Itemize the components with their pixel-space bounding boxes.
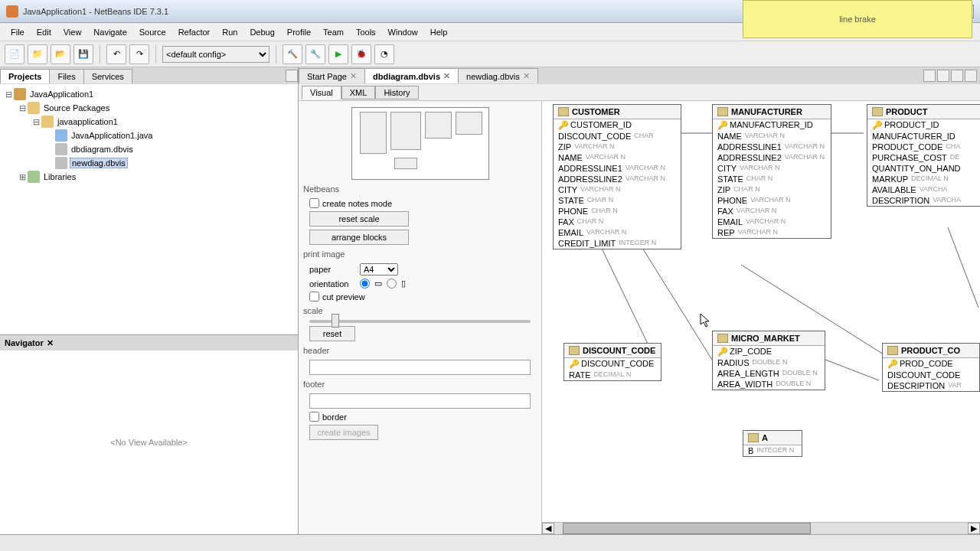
table-column[interactable]: BINTEGER N [743,445,802,456]
table-column[interactable]: CREDIT_LIMITINTEGER N [554,238,681,249]
table-column[interactable]: STATECHAR N [713,174,831,184]
table-column[interactable]: PURCHASE_COSTDE [867,152,980,163]
menu-tools[interactable]: Tools [350,25,382,39]
menu-navigate[interactable]: Navigate [87,25,132,39]
h-scrollbar[interactable]: ◀ ▶ [542,522,980,534]
table-column[interactable]: ADDRESSLINE2VARCHAR N [713,152,831,163]
table-column[interactable]: RATEDECIMAL N [564,370,661,380]
menu-edit[interactable]: Edit [31,25,57,39]
table-column[interactable]: PHONECHAR N [554,206,681,217]
table-customer[interactable]: CUSTOMER 🔑CUSTOMER_IDDISCOUNT_CODECHARZI… [553,104,681,249]
navigator-close-icon[interactable]: ✕ [47,338,54,348]
table-column[interactable]: REPVARCHAR N [713,227,831,238]
table-discount-code[interactable]: DISCOUNT_CODE 🔑DISCOUNT_CODERATEDECIMAL … [564,343,662,381]
table-column[interactable]: MANUFACTURER_ID [867,131,980,142]
editor-prev-icon[interactable] [923,70,936,82]
table-column[interactable]: ADDRESSLINE1VARCHAR N [554,163,681,174]
table-column[interactable]: DISCOUNT_CODECHAR [554,131,681,142]
tab-projects[interactable]: Projects [0,69,50,83]
editor-next-icon[interactable] [937,70,949,82]
table-column[interactable]: 🔑ZIP_CODE [713,346,825,357]
table-column[interactable]: 🔑CUSTOMER_ID [554,119,681,131]
menu-debug[interactable]: Debug [243,25,280,39]
scale-slider[interactable] [309,320,531,323]
cut-preview-checkbox[interactable] [309,292,319,302]
create-images-button[interactable]: create images [309,425,378,440]
redo-icon[interactable]: ↷ [129,44,149,64]
table-column[interactable]: ZIPVARCHAR N [554,142,681,152]
new-project-icon[interactable]: 📁 [28,44,47,64]
tree-pkg[interactable]: ⊟javaapplication1 [3,115,295,129]
config-select[interactable]: <default config> [162,46,270,63]
table-column[interactable]: ZIPCHAR N [713,184,831,195]
table-column[interactable]: PRODUCT_CODECHA [867,142,980,152]
orientation-landscape[interactable] [387,279,397,289]
tree-root[interactable]: ⊟JavaApplication1 [3,87,295,101]
subtab-xml[interactable]: XML [341,86,376,99]
new-file-icon[interactable]: 📄 [5,44,24,64]
menu-profile[interactable]: Profile [281,25,317,39]
open-project-icon[interactable]: 📂 [51,44,70,64]
table-a[interactable]: A BINTEGER N [743,430,802,457]
table-product[interactable]: PRODUCT 🔑PRODUCT_IDMANUFACTURER_IDPRODUC… [867,104,980,207]
clean-build-icon[interactable]: 🔧 [305,44,325,64]
scroll-left-icon[interactable]: ◀ [542,523,554,534]
table-column[interactable]: AVAILABLEVARCHA [867,184,980,195]
profile-icon[interactable]: ◔ [374,44,394,64]
tree-libs[interactable]: ⊞Libraries [3,170,295,184]
tab-dbdiagram[interactable]: dbdiagram.dbvis✕ [364,68,459,83]
minimap[interactable] [351,107,489,180]
tab-files[interactable]: Files [49,69,83,83]
menu-view[interactable]: View [57,25,88,39]
reset-scale-button[interactable]: reset scale [309,211,409,227]
table-column[interactable]: CITYVARCHAR N [713,163,831,174]
tab-newdiag[interactable]: newdiag.dbvis✕ [458,68,538,83]
panel-min-icon[interactable] [286,70,298,82]
undo-icon[interactable]: ↶ [106,44,126,64]
save-all-icon[interactable]: 💾 [74,44,93,64]
table-column[interactable]: CITYVARCHAR N [554,184,681,195]
editor-list-icon[interactable] [951,70,963,82]
table-product-co[interactable]: PRODUCT_CO 🔑PROD_CODEDISCOUNT_CODEDESCRI… [882,343,980,392]
header-input[interactable] [309,360,531,375]
table-column[interactable]: FAXCHAR N [554,217,681,227]
tree-file-java[interactable]: JavaApplication1.java [3,129,295,142]
paper-select[interactable]: A4 [360,263,398,276]
tree-file-dbdiagram[interactable]: dbdiagram.dbvis [3,142,295,156]
table-column[interactable]: FAXVARCHAR N [713,206,831,217]
table-column[interactable]: 🔑DISCOUNT_CODE [564,358,661,370]
menu-file[interactable]: File [5,25,31,39]
table-column[interactable]: ADDRESSLINE1VARCHAR N [713,142,831,152]
project-tree[interactable]: ⊟JavaApplication1 ⊟Source Packages ⊟java… [0,84,298,335]
tree-src[interactable]: ⊟Source Packages [3,101,295,115]
create-notes-checkbox[interactable] [309,198,319,208]
scroll-right-icon[interactable]: ▶ [968,523,980,534]
table-column[interactable]: EMAILVARCHAR N [713,217,831,227]
table-column[interactable]: PHONEVARCHAR N [713,195,831,206]
reset-button[interactable]: reset [309,326,355,341]
table-column[interactable]: 🔑MANUFACTURER_ID [713,119,831,131]
table-column[interactable]: MARKUPDECIMAL N [867,174,980,184]
diagram-canvas[interactable]: CUSTOMER 🔑CUSTOMER_IDDISCOUNT_CODECHARZI… [542,101,980,534]
editor-max-icon[interactable] [965,70,977,82]
menu-source[interactable]: Source [133,25,172,39]
debug-icon[interactable]: 🐞 [351,44,371,64]
table-column[interactable]: NAMEVARCHAR N [554,152,681,163]
orientation-portrait[interactable] [360,279,370,289]
footer-input[interactable] [309,393,531,409]
run-icon[interactable]: ▶ [328,44,348,64]
build-icon[interactable]: 🔨 [283,44,302,64]
subtab-visual[interactable]: Visual [302,86,341,99]
table-column[interactable]: 🔑PROD_CODE [883,358,979,370]
table-column[interactable]: DISCOUNT_CODE [883,370,979,380]
close-icon[interactable]: ✕ [523,71,530,81]
table-column[interactable]: NAMEVARCHAR N [713,131,831,142]
border-checkbox[interactable] [309,412,319,422]
tree-file-newdiag[interactable]: newdiag.dbvis [3,156,295,170]
table-column[interactable]: AREA_WIDTHDOUBLE N [713,379,825,390]
menu-team[interactable]: Team [317,25,350,39]
table-column[interactable]: STATECHAR N [554,195,681,206]
table-column[interactable]: RADIUSDOUBLE N [713,357,825,368]
arrange-blocks-button[interactable]: arrange blocks [309,230,409,245]
close-icon[interactable]: ✕ [443,71,450,81]
